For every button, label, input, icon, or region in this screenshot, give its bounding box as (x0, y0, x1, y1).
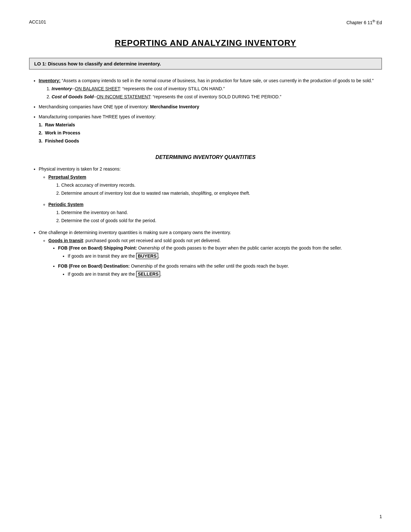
company-types-list: Merchandising companies have ONE type of… (29, 103, 382, 144)
lo1-box: LO 1: Discuss how to classify and determ… (29, 58, 382, 70)
fob-destination-text: Ownership of the goods remains with the … (130, 263, 289, 269)
inventory-bullet: Inventory: “Assets a company intends to … (39, 77, 382, 100)
ownership-bullet: One challenge in determining inventory q… (39, 229, 382, 278)
fob-destination-label: FOB (Free on Board) Destination: (58, 263, 130, 269)
inventory-text: “Assets a company intends to sell in the… (61, 78, 374, 83)
merchandising-text: Merchandising companies have ONE type of… (39, 104, 150, 109)
periodic-reason-1: Determine the inventory on hand. (61, 209, 382, 216)
inventory-sub-list: Inventory--ON BALANCE SHEET: “represents… (39, 85, 382, 100)
raw-materials-item: 1. Raw Materials (39, 122, 382, 128)
fob-list: FOB (Free on Board) Shipping Point: Owne… (48, 245, 382, 278)
fob-destination-sub-text: If goods are in transit they are the (68, 271, 136, 277)
fob-shipping-sub-list: If goods are in transit they are the BUY… (58, 253, 382, 260)
work-in-process-item: 2. Work in Process (39, 130, 382, 136)
header-right: Chapter 6 11th Ed (347, 19, 382, 25)
perpetual-label: Perpetual System (48, 174, 86, 180)
cogs-post: : “represents the cost of inventory SOLD… (150, 94, 281, 99)
merchandising-bullet: Merchandising companies have ONE type of… (39, 103, 382, 110)
page-number: 1 (379, 514, 382, 519)
manufacturing-text: Manufacturing companies have THREE types… (39, 114, 156, 119)
cogs-underline: ON INCOME STATEMENT (97, 94, 150, 99)
inventory-sub1-label: Inventory (52, 86, 72, 91)
perpetual-reasons: Check accuracy of inventory records. Det… (48, 182, 382, 197)
perpetual-reason-2: Determine amount of inventory lost due t… (61, 190, 382, 197)
goods-in-transit-item: Goods in transit: purchased goods not ye… (48, 237, 382, 278)
goods-in-transit-label: Goods in transit (48, 238, 83, 243)
inventory-sub1-underline: ON BALANCE SHEET (75, 86, 120, 91)
perpetual-item: Perpetual System Check accuracy of inven… (48, 174, 382, 197)
fob-destination-item: FOB (Free on Board) Destination: Ownersh… (58, 263, 382, 278)
determining-subtitle: DETERMINING INVENTORY QUANTITIES (29, 153, 382, 161)
inventory-sub1: Inventory--ON BALANCE SHEET: “represents… (52, 85, 382, 92)
periodic-label: Periodic System (48, 202, 83, 207)
fob-shipping-item: FOB (Free on Board) Shipping Point: Owne… (58, 245, 382, 260)
finished-goods-item: 3. Finished Goods (39, 138, 382, 144)
fob-shipping-sub: If goods are in transit they are the BUY… (68, 253, 382, 260)
inventory-label: Inventory: (39, 78, 61, 83)
fob-shipping-sub-text: If goods are in transit they are the (68, 253, 136, 259)
inventory-list: Inventory: “Assets a company intends to … (29, 77, 382, 100)
fob-destination-sub-list: If goods are in transit they are the SEL… (58, 271, 382, 278)
sellers-box: SELLERS (136, 271, 160, 277)
goods-in-transit-text: : purchased goods not yet received and s… (83, 238, 220, 243)
periodic-item: Periodic System Determine the inventory … (48, 201, 382, 224)
header-left: ACC101 (29, 19, 46, 25)
inventory-sub1-post: : “represents the cost of inventory STIL… (120, 86, 225, 91)
fob-shipping-label: FOB (Free on Board) Shipping Point: (58, 245, 137, 251)
system-types-list: Perpetual System Check accuracy of inven… (39, 174, 382, 224)
ownership-list: One challenge in determining inventory q… (29, 229, 382, 278)
content-area: Inventory: “Assets a company intends to … (29, 77, 382, 278)
manufacturing-types-list: 1. Raw Materials 2. Work in Process 3. F… (39, 122, 382, 144)
perpetual-reason-1: Check accuracy of inventory records. (61, 182, 382, 189)
inventory-sub2: Cost of Goods Sold--ON INCOME STATEMENT:… (52, 94, 382, 100)
main-title: REPORTING AND ANALYZING INVENTORY (29, 38, 382, 48)
buyers-box: BUYERS (136, 253, 158, 259)
periodic-reasons: Determine the inventory on hand. Determi… (48, 209, 382, 224)
goods-in-transit-list: Goods in transit: purchased goods not ye… (39, 237, 382, 278)
physical-inventory-text: Physical inventory is taken for 2 reason… (39, 166, 121, 172)
manufacturing-bullet: Manufacturing companies have THREE types… (39, 113, 382, 144)
fob-shipping-text: Ownership of the goods passes to the buy… (137, 245, 342, 251)
physical-inventory-list: Physical inventory is taken for 2 reason… (29, 166, 382, 224)
physical-inventory-bullet: Physical inventory is taken for 2 reason… (39, 166, 382, 224)
periodic-reason-2: Determine the cost of goods sold for the… (61, 217, 382, 224)
fob-destination-sub: If goods are in transit they are the SEL… (68, 271, 382, 278)
page: ACC101 Chapter 6 11th Ed REPORTING AND A… (0, 0, 411, 532)
page-header: ACC101 Chapter 6 11th Ed (29, 19, 382, 25)
cogs-label: Cost of Goods Sold (52, 94, 94, 99)
merchandise-inventory-label: Merchandise Inventory (150, 104, 200, 109)
ownership-text: One challenge in determining inventory q… (39, 230, 231, 235)
